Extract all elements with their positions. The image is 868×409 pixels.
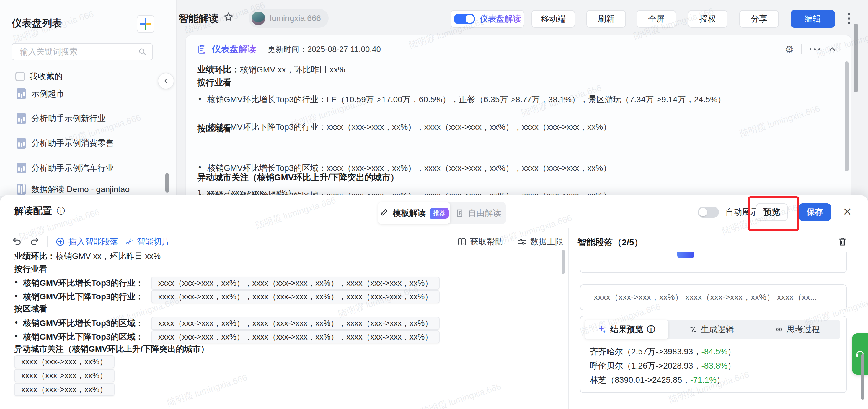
sidebar-item-label: 分析助手示例消费零售 [31,138,114,149]
interpret-toggle-label: 仪表盘解读 [480,13,521,25]
config-title: 解读配置 [14,204,52,217]
trash-icon[interactable] [837,236,847,246]
dashboard-doc-icon [17,163,26,173]
card-industry-header: 按行业看 [197,77,231,89]
auto-display-label: 自动展示 [725,207,758,218]
editor-scrollbar[interactable] [562,250,565,274]
tab-result-preview[interactable]: 结果预览 ⓘ [585,320,669,339]
tab-free-label: 自由解读 [468,207,501,219]
smart-results-box: 结果预览 ⓘ 生成逻辑 思考过程 齐齐哈尔（2.57万->3983.93，-84… [580,316,847,393]
refresh-button[interactable]: 刷新 [586,10,626,28]
logic-icon [689,325,698,334]
favorites-label: 我收藏的 [30,71,63,82]
gear-icon[interactable]: ⚙ [785,44,794,54]
search-icon[interactable] [138,48,147,56]
sidebar-scrollbar[interactable] [165,173,169,193]
avatar [252,11,265,25]
dashboard-doc-icon [17,184,26,195]
page-scrollbar-top[interactable] [854,24,858,92]
tab-generation-logic[interactable]: 生成逻辑 [669,324,754,335]
tab-thinking-process[interactable]: 思考过程 [754,324,840,335]
preview-button[interactable]: 预览 [756,203,788,221]
sidebar-item-retail[interactable]: 分析助手示例消费零售 [17,138,114,149]
get-help-label: 获取帮助 [470,236,503,247]
result-tabs: 结果预览 ⓘ 生成逻辑 思考过程 [585,320,840,339]
recommended-badge: 推荐 [430,208,449,219]
editor-row-field[interactable]: xxxx（xxx->xxx，xx%），xxxx（xxx->xxx，xx%），xx… [151,330,440,343]
info-icon[interactable]: ⓘ [57,205,65,216]
user-chip[interactable]: lumingxia.666 [249,9,329,28]
smart-paragraph-scroll-area: xxxx（xxx->xxx，xx%） xxxx（xxx->xxx，xx%） xx… [578,252,851,409]
auto-display-toggle[interactable] [698,207,719,217]
fullscreen-button[interactable]: 全屏 [637,10,676,28]
editor-city-field[interactable]: xxxx（xxx->xxx，xx%） [14,369,115,382]
ellipsis-icon[interactable] [810,49,820,50]
card-updated-time: 更新时间：2025-08-27 11:00:40 [268,44,381,55]
page-title: 智能解读 [178,12,218,25]
dashboard-doc-icon [17,88,26,99]
result-line: 林芝（8390.01->2425.85，-71.1%） [590,373,736,387]
sidebar-item-auto[interactable]: 分析助手示例汽车行业 [17,163,114,174]
tab-result-label: 结果预览 [610,324,643,335]
editor-city-field[interactable]: xxxx（xxx->xxx，xx%） [14,355,115,368]
undo-icon[interactable] [12,237,22,247]
editor-row-label: 核销GMV环比下降Top3的行业： [14,291,151,302]
add-dashboard-button[interactable] [137,15,154,33]
editor-industry-header: 按行业看 [14,264,47,275]
star-icon[interactable] [223,12,234,23]
editor-row-field[interactable]: xxxx（xxx->xxx，xx%），xxxx（xxx->xxx，xx%），xx… [151,317,440,330]
data-limit-button[interactable]: 数据上限 [517,236,563,247]
share-button[interactable]: 分享 [739,10,779,28]
config-header-divider [0,228,868,228]
sidebar-collapse-button[interactable] [158,73,174,89]
card-perf-line: 业绩环比：核销GMV xx，环比昨日 xx% [197,64,345,76]
editor-row-label: 核销GMV环比下降Top3的区域： [14,331,151,343]
card-scrollbar[interactable] [845,61,848,171]
info-icon[interactable]: ⓘ [647,324,655,335]
sidebar-item-new-industry[interactable]: 分析助手示例新行业 [17,113,106,124]
plus-circle-icon [56,237,65,246]
sidebar-item-data-demo[interactable]: 数据解读 Demo - ganjintao [17,184,130,195]
ruler-pen-icon [380,209,389,217]
text-caret [588,291,588,303]
smart-input-box[interactable]: xxxx（xxx->xxx，xx%） xxxx（xxx->xxx，xx%） xx… [580,284,847,310]
smart-card-partial-blue-button[interactable] [677,252,694,258]
search-input[interactable] [19,47,132,57]
kebab-menu-icon[interactable] [848,13,850,24]
get-help-button[interactable]: 获取帮助 [457,236,503,247]
page-scrollbar-bottom[interactable] [861,354,864,400]
editor-city-field[interactable]: xxxx（xxx->xxx，xx%） [14,383,115,396]
editor-row: 核销GMV环比下降Top3的区域： xxxx（xxx->xxx，xx%），xxx… [14,330,440,343]
smart-slice-button[interactable]: ✂ 智能切片 [126,236,170,247]
dashboard-interpret-toggle-card[interactable]: 仪表盘解读 [451,10,524,28]
close-icon[interactable]: × [843,204,851,219]
panel-vertical-divider [568,228,569,409]
sidebar-item-favorites[interactable]: 我收藏的 [16,71,63,82]
toolbar-separator [47,236,48,247]
knot-icon [775,325,783,334]
support-floating-button[interactable] [852,333,868,375]
header-separator [242,11,242,24]
tab-free-interpret[interactable]: 自由解读 [450,207,506,219]
smart-input-text: xxxx（xxx->xxx，xx%） xxxx（xxx->xxx，xx%） xx… [594,292,817,303]
tab-template-interpret[interactable]: 模板解读 推荐 [378,202,450,224]
edit-button[interactable]: 编辑 [790,10,835,28]
editor-perf-line[interactable]: 业绩环比：核销GMV xx，环比昨日 xx% [14,251,161,262]
insert-smart-paragraph-button[interactable]: 插入智能段落 [56,236,118,247]
editor-row-field[interactable]: xxxx（xxx->xxx，xx%），xxxx（xxx->xxx，xx%），xx… [151,276,440,290]
editor-perf-value: 核销GMV xx，环比昨日 xx% [56,252,161,261]
interpret-toggle-on[interactable] [454,13,475,24]
sidebar-item-demo-market[interactable]: 示例超市 [17,88,64,99]
interpret-mode-tabs: 模板解读 推荐 自由解读 [378,202,506,224]
save-button[interactable]: 保存 [799,203,831,221]
editor-row: 核销GMV环比下降Top3的行业： xxxx（xxx->xxx，xx%），xxx… [14,290,440,303]
chevron-up-icon[interactable] [828,45,837,54]
editor-row-field[interactable]: xxxx（xxx->xxx，xx%），xxxx（xxx->xxx，xx%），xx… [151,290,440,303]
app-window: 仪表盘列表 我收藏的 示例超市 分析助手示例新行业 [0,0,868,409]
redo-icon[interactable] [30,237,39,247]
mobile-button[interactable]: 移动端 [531,10,575,28]
favorites-icon [16,72,25,81]
authorize-button[interactable]: 授权 [688,10,727,28]
result-preview-content: 齐齐哈尔（2.57万->3983.93，-84.5%） 呼伦贝尔（1.26万->… [590,345,736,387]
report-icon [197,44,207,55]
